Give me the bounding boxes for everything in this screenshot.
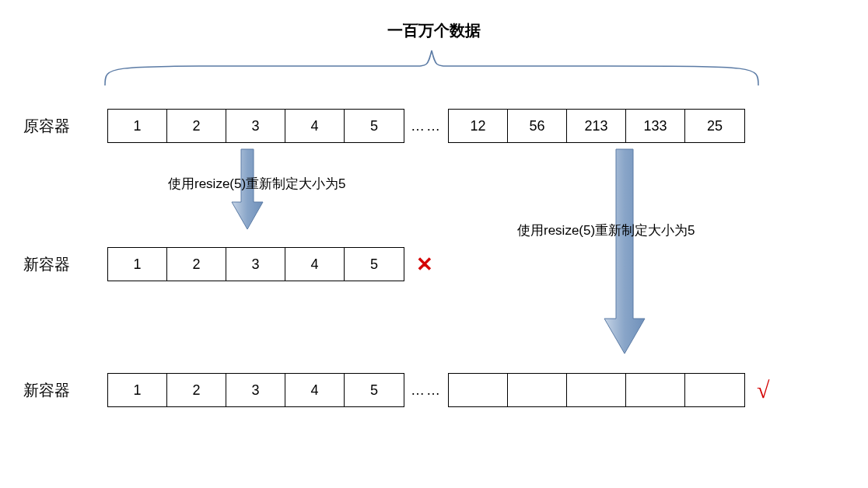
cell: [685, 374, 744, 406]
cell: 3: [226, 248, 285, 281]
cell: 1: [108, 248, 167, 281]
new-label: 新容器: [23, 254, 78, 275]
arrow-left-label: 使用resize(5)重新制定大小为5: [168, 175, 346, 193]
correct-new-container-row: 新容器 1 2 3 4 5 …… √: [23, 373, 769, 407]
cell: 213: [567, 110, 626, 142]
cell: 3: [226, 110, 285, 142]
cell: 2: [167, 110, 226, 142]
cell: 3: [226, 374, 285, 406]
cell: 4: [285, 248, 345, 281]
curly-brace-icon: [101, 43, 762, 89]
arrow-right-label: 使用resize(5)重新制定大小为5: [517, 221, 695, 239]
cell: 1: [108, 110, 167, 142]
cell: 5: [345, 110, 404, 142]
wrong-icon: ✕: [416, 253, 433, 277]
cell: [508, 374, 567, 406]
cell: 25: [685, 110, 744, 142]
cell: [626, 374, 685, 406]
cell: 5: [345, 248, 404, 281]
down-arrow-icon: [603, 148, 646, 357]
cell: [567, 374, 626, 406]
cell: [449, 374, 508, 406]
wrong-new-cells: 1 2 3 4 5: [107, 247, 404, 281]
correct-icon: √: [757, 377, 769, 403]
cell: 1: [108, 374, 167, 406]
title-text: 一百万个数据: [387, 20, 481, 41]
cell: 12: [449, 110, 508, 142]
arrow-left: 使用resize(5)重新制定大小为5: [230, 148, 264, 233]
cell: 56: [508, 110, 567, 142]
cell: 5: [345, 374, 404, 406]
ellipsis-text: ……: [411, 382, 442, 399]
original-cells-right: 12 56 213 133 25: [448, 109, 745, 143]
arrow-right: 使用resize(5)重新制定大小为5: [603, 148, 646, 357]
cell: 4: [285, 374, 345, 406]
cell: 4: [285, 110, 345, 142]
original-cells-left: 1 2 3 4 5: [107, 109, 404, 143]
correct-new-cells-left: 1 2 3 4 5: [107, 373, 404, 407]
cell: 2: [167, 374, 226, 406]
cell: 2: [167, 248, 226, 281]
original-container-row: 原容器 1 2 3 4 5 …… 12 56 213 133 25: [23, 109, 745, 143]
correct-new-cells-right: [448, 373, 745, 407]
new-label: 新容器: [23, 380, 78, 401]
cell: 133: [626, 110, 685, 142]
ellipsis-text: ……: [411, 118, 442, 134]
wrong-new-container-row: 新容器 1 2 3 4 5 ✕: [23, 247, 433, 281]
original-label: 原容器: [23, 116, 78, 137]
